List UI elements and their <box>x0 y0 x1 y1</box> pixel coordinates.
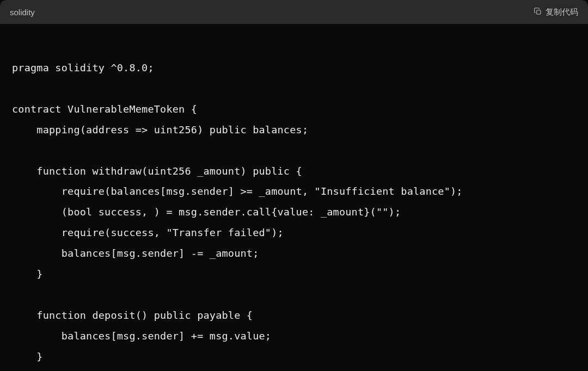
copy-icon <box>534 7 542 17</box>
svg-rect-0 <box>537 10 541 14</box>
code-block-header: solidity 复制代码 <box>0 0 588 24</box>
copy-code-button[interactable]: 复制代码 <box>534 7 578 17</box>
code-body[interactable]: pragma solidity ^0.8.0; contract Vulnera… <box>0 24 588 371</box>
code-block-container: solidity 复制代码 pragma solidity ^0.8.0; co… <box>0 0 588 371</box>
code-content: pragma solidity ^0.8.0; contract Vulnera… <box>12 37 576 371</box>
copy-button-label: 复制代码 <box>546 7 578 17</box>
language-label: solidity <box>10 8 35 17</box>
